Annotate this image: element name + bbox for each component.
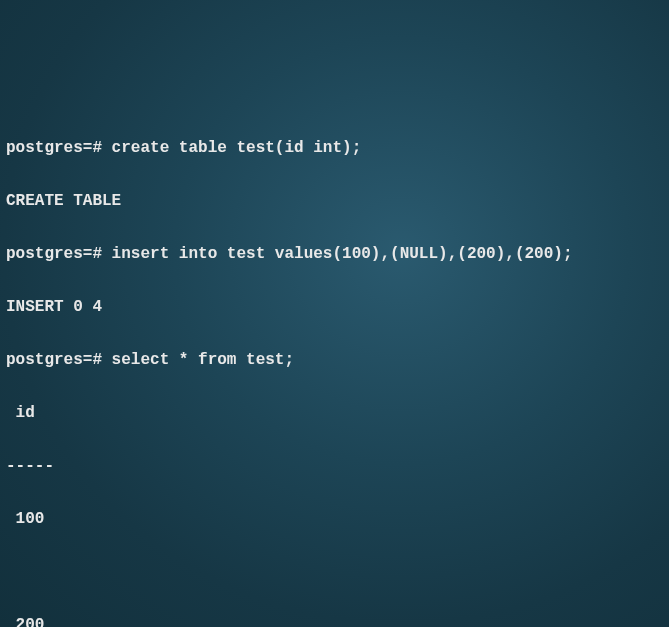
terminal-line: postgres=# insert into test values(100),… [6,241,663,268]
terminal-line: id [6,400,663,427]
terminal-line: postgres=# select * from test; [6,347,663,374]
terminal-line: INSERT 0 4 [6,294,663,321]
terminal-line [6,559,663,586]
terminal-line: 200 [6,612,663,628]
terminal-line: postgres=# create table test(id int); [6,135,663,162]
terminal-line: 100 [6,506,663,533]
terminal-line: CREATE TABLE [6,188,663,215]
terminal-output[interactable]: postgres=# create table test(id int); CR… [6,108,663,627]
terminal-line: ----- [6,453,663,480]
